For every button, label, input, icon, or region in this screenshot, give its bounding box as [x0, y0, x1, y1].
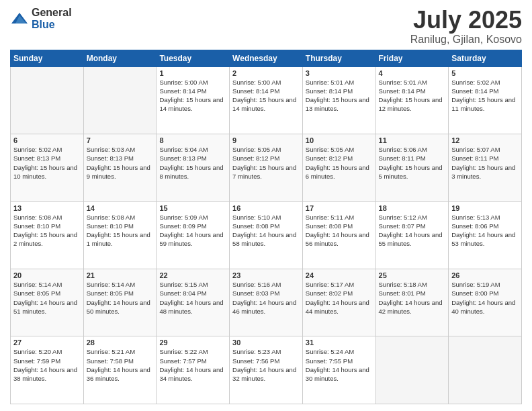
day-info: Sunrise: 5:12 AMSunset: 8:07 PMDaylight:… [379, 213, 446, 248]
day-number: 26 [451, 271, 519, 279]
calendar-day-cell: 20Sunrise: 5:14 AMSunset: 8:05 PMDayligh… [11, 269, 84, 336]
day-info: Sunrise: 5:14 AMSunset: 8:05 PMDaylight:… [13, 280, 81, 316]
day-number: 2 [232, 69, 300, 77]
day-info: Sunrise: 5:02 AMSunset: 8:14 PMDaylight:… [451, 78, 519, 113]
calendar-day-cell: 3Sunrise: 5:01 AMSunset: 8:14 PMDaylight… [302, 66, 375, 134]
calendar-day-cell: 4Sunrise: 5:01 AMSunset: 8:14 PMDaylight… [375, 66, 449, 134]
calendar-day-cell: 15Sunrise: 5:09 AMSunset: 8:09 PMDayligh… [157, 201, 230, 269]
day-info: Sunrise: 5:06 AMSunset: 8:11 PMDaylight:… [379, 145, 446, 181]
logo-blue: Blue [32, 19, 55, 30]
day-info: Sunrise: 5:05 AMSunset: 8:12 PMDaylight:… [306, 145, 373, 181]
calendar-day-cell [11, 66, 84, 134]
calendar-week-row: 27Sunrise: 5:20 AMSunset: 7:59 PMDayligh… [11, 336, 522, 404]
calendar-day-cell: 28Sunrise: 5:21 AMSunset: 7:58 PMDayligh… [83, 336, 157, 404]
calendar-day-cell: 22Sunrise: 5:15 AMSunset: 8:04 PMDayligh… [157, 269, 230, 336]
day-number: 27 [13, 338, 81, 347]
logo-general: General [32, 7, 72, 18]
day-info: Sunrise: 5:07 AMSunset: 8:11 PMDaylight:… [451, 145, 519, 181]
day-info: Sunrise: 5:23 AMSunset: 7:56 PMDaylight:… [232, 347, 300, 383]
day-of-week-header: Saturday [449, 50, 522, 66]
day-number: 11 [379, 136, 446, 144]
day-info: Sunrise: 5:22 AMSunset: 7:57 PMDaylight:… [159, 347, 226, 383]
day-info: Sunrise: 5:04 AMSunset: 8:13 PMDaylight:… [159, 145, 226, 181]
day-info: Sunrise: 5:19 AMSunset: 8:00 PMDaylight:… [451, 280, 519, 316]
calendar-day-cell: 24Sunrise: 5:17 AMSunset: 8:02 PMDayligh… [302, 269, 375, 336]
day-number: 13 [13, 204, 81, 212]
day-number: 18 [379, 204, 446, 212]
day-number: 7 [87, 136, 154, 144]
calendar-table: SundayMondayTuesdayWednesdayThursdayFrid… [10, 50, 522, 404]
day-of-week-header: Thursday [302, 50, 375, 66]
calendar-day-cell: 23Sunrise: 5:16 AMSunset: 8:03 PMDayligh… [230, 269, 303, 336]
day-number: 5 [451, 69, 519, 77]
calendar-day-cell: 16Sunrise: 5:10 AMSunset: 8:08 PMDayligh… [230, 201, 303, 269]
calendar-header-row: SundayMondayTuesdayWednesdayThursdayFrid… [11, 50, 522, 66]
header: General Blue July 2025 Ranilug, Gjilan, … [10, 7, 522, 46]
calendar-day-cell: 29Sunrise: 5:22 AMSunset: 7:57 PMDayligh… [157, 336, 230, 404]
day-info: Sunrise: 5:00 AMSunset: 8:14 PMDaylight:… [159, 78, 226, 113]
day-number: 17 [306, 204, 373, 212]
day-number: 16 [232, 204, 300, 212]
calendar-day-cell: 8Sunrise: 5:04 AMSunset: 8:13 PMDaylight… [157, 134, 230, 201]
day-info: Sunrise: 5:08 AMSunset: 8:10 PMDaylight:… [87, 213, 154, 248]
day-info: Sunrise: 5:01 AMSunset: 8:14 PMDaylight:… [306, 78, 373, 113]
subtitle: Ranilug, Gjilan, Kosovo [410, 34, 522, 46]
day-info: Sunrise: 5:14 AMSunset: 8:05 PMDaylight:… [87, 280, 154, 316]
calendar-week-row: 13Sunrise: 5:08 AMSunset: 8:10 PMDayligh… [11, 201, 522, 269]
calendar-day-cell: 1Sunrise: 5:00 AMSunset: 8:14 PMDaylight… [157, 66, 230, 134]
day-info: Sunrise: 5:00 AMSunset: 8:14 PMDaylight:… [232, 78, 300, 113]
day-of-week-header: Monday [83, 50, 157, 66]
calendar-day-cell: 13Sunrise: 5:08 AMSunset: 8:10 PMDayligh… [11, 201, 84, 269]
day-info: Sunrise: 5:24 AMSunset: 7:55 PMDaylight:… [306, 347, 373, 383]
calendar-day-cell: 31Sunrise: 5:24 AMSunset: 7:55 PMDayligh… [302, 336, 375, 404]
day-info: Sunrise: 5:15 AMSunset: 8:04 PMDaylight:… [159, 280, 226, 316]
day-number: 20 [13, 271, 81, 279]
calendar-day-cell: 26Sunrise: 5:19 AMSunset: 8:00 PMDayligh… [449, 269, 522, 336]
page: General Blue July 2025 Ranilug, Gjilan, … [0, 0, 532, 411]
calendar-day-cell: 21Sunrise: 5:14 AMSunset: 8:05 PMDayligh… [83, 269, 157, 336]
day-number: 19 [451, 204, 519, 212]
day-info: Sunrise: 5:01 AMSunset: 8:14 PMDaylight:… [379, 78, 446, 113]
calendar-day-cell: 19Sunrise: 5:13 AMSunset: 8:06 PMDayligh… [449, 201, 522, 269]
day-number: 1 [159, 69, 226, 77]
calendar-day-cell: 9Sunrise: 5:05 AMSunset: 8:12 PMDaylight… [230, 134, 303, 201]
day-info: Sunrise: 5:17 AMSunset: 8:02 PMDaylight:… [306, 280, 373, 316]
calendar-week-row: 6Sunrise: 5:02 AMSunset: 8:13 PMDaylight… [11, 134, 522, 201]
day-of-week-header: Friday [375, 50, 449, 66]
title-block: July 2025 Ranilug, Gjilan, Kosovo [410, 7, 522, 46]
day-number: 3 [306, 69, 373, 77]
calendar-day-cell: 11Sunrise: 5:06 AMSunset: 8:11 PMDayligh… [375, 134, 449, 201]
calendar-day-cell: 7Sunrise: 5:03 AMSunset: 8:13 PMDaylight… [83, 134, 157, 201]
day-of-week-header: Tuesday [157, 50, 230, 66]
calendar-day-cell: 2Sunrise: 5:00 AMSunset: 8:14 PMDaylight… [230, 66, 303, 134]
day-info: Sunrise: 5:18 AMSunset: 8:01 PMDaylight:… [379, 280, 446, 316]
day-number: 23 [232, 271, 300, 279]
day-number: 30 [232, 338, 300, 347]
day-info: Sunrise: 5:13 AMSunset: 8:06 PMDaylight:… [451, 213, 519, 248]
calendar-day-cell: 14Sunrise: 5:08 AMSunset: 8:10 PMDayligh… [83, 201, 157, 269]
day-info: Sunrise: 5:03 AMSunset: 8:13 PMDaylight:… [87, 145, 154, 181]
day-number: 24 [306, 271, 373, 279]
logo: General Blue [10, 7, 72, 31]
calendar-day-cell: 18Sunrise: 5:12 AMSunset: 8:07 PMDayligh… [375, 201, 449, 269]
calendar-week-row: 20Sunrise: 5:14 AMSunset: 8:05 PMDayligh… [11, 269, 522, 336]
day-info: Sunrise: 5:09 AMSunset: 8:09 PMDaylight:… [159, 213, 226, 248]
day-info: Sunrise: 5:10 AMSunset: 8:08 PMDaylight:… [232, 213, 300, 248]
day-number: 6 [13, 136, 81, 144]
main-title: July 2025 [410, 7, 522, 34]
day-info: Sunrise: 5:11 AMSunset: 8:08 PMDaylight:… [306, 213, 373, 248]
logo-icon [10, 11, 29, 26]
day-info: Sunrise: 5:21 AMSunset: 7:58 PMDaylight:… [87, 347, 154, 383]
day-number: 29 [159, 338, 226, 347]
calendar-day-cell: 17Sunrise: 5:11 AMSunset: 8:08 PMDayligh… [302, 201, 375, 269]
day-number: 22 [159, 271, 226, 279]
logo-text: General Blue [32, 7, 72, 31]
calendar-day-cell: 25Sunrise: 5:18 AMSunset: 8:01 PMDayligh… [375, 269, 449, 336]
day-info: Sunrise: 5:20 AMSunset: 7:59 PMDaylight:… [13, 347, 81, 383]
calendar-day-cell: 30Sunrise: 5:23 AMSunset: 7:56 PMDayligh… [230, 336, 303, 404]
calendar-day-cell: 6Sunrise: 5:02 AMSunset: 8:13 PMDaylight… [11, 134, 84, 201]
day-info: Sunrise: 5:02 AMSunset: 8:13 PMDaylight:… [13, 145, 81, 181]
day-number: 8 [159, 136, 226, 144]
calendar-day-cell [375, 336, 449, 404]
day-number: 4 [379, 69, 446, 77]
